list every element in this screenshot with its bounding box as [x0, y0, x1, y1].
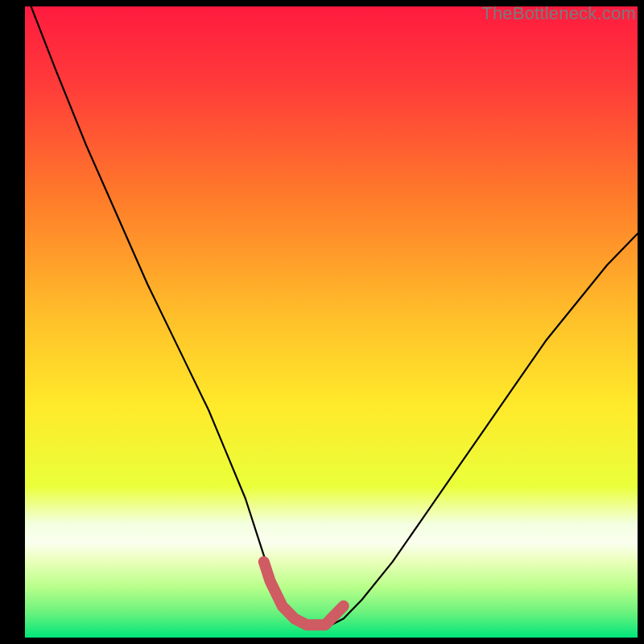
bottleneck-chart	[25, 6, 638, 638]
gradient-background	[25, 6, 638, 638]
chart-frame: TheBottleneck.com	[0, 0, 644, 644]
